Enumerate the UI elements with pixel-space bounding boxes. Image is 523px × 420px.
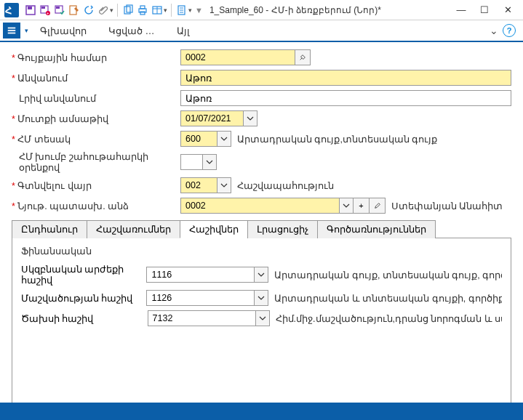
dropdown-caret-icon[interactable]: ▾ — [188, 7, 192, 14]
menu-item-main[interactable]: Գլխավոր — [30, 23, 97, 39]
label-depreciation-account: Մաշվածության հաշիվ — [21, 293, 146, 304]
minimize-button[interactable]: — — [455, 4, 468, 17]
attach-icon[interactable] — [97, 4, 110, 17]
save-icon[interactable] — [24, 4, 37, 17]
refresh-icon[interactable] — [82, 4, 95, 17]
menubar: ▾ Գլխավոր Կցված … Այլ ⌄ ? — [0, 20, 523, 42]
svg-rect-4 — [41, 7, 45, 9]
titlebar: Հ + ▾ ▾ ▾ ▼ 1_Sample_60 - ՀՄ-ի ձեռքբերու… — [0, 0, 523, 20]
expense-account-text: Հիմ.միջ.մաշվածություն,դրանց նորոգման և ս… — [276, 313, 502, 324]
svg-text:+: + — [47, 11, 49, 15]
responsible-edit-button[interactable] — [370, 198, 386, 214]
initial-value-account-dropdown[interactable] — [254, 267, 268, 283]
expand-icon[interactable]: ⌄ — [490, 25, 498, 36]
date-picker-button[interactable] — [243, 110, 257, 126]
tab-accounting[interactable]: Հաշվառումներ — [87, 220, 180, 238]
expense-account-dropdown[interactable] — [255, 310, 270, 326]
name-input[interactable] — [180, 70, 511, 86]
tab-strip: Ընդհանուր Հաշվառումներ Հաշիվներ Լրացուցի… — [12, 219, 511, 238]
fa-group-dropdown[interactable] — [202, 154, 217, 170]
location-dropdown[interactable] — [217, 177, 231, 193]
svg-rect-9 — [70, 6, 76, 15]
lookup-button[interactable] — [295, 49, 311, 65]
window-title: 1_Sample_60 - ՀՄ-ի ձեռքբերում (Նոր)* — [207, 5, 452, 15]
svg-rect-24 — [8, 33, 16, 34]
initial-value-account-text: Արտադրական գույք, տնտեսական գույք, գործի… — [274, 270, 502, 280]
initial-value-account-input[interactable] — [146, 267, 254, 283]
depreciation-account-text: Արտադրական և տնտեսական գույքի, գործիքներ… — [274, 293, 502, 304]
menu-item-attached[interactable]: Կցված … — [98, 23, 165, 39]
print-icon[interactable] — [136, 4, 149, 17]
edit-icon[interactable] — [68, 4, 81, 17]
status-bar — [0, 403, 523, 420]
equals-icon: ▼ — [195, 6, 203, 15]
help-icon[interactable]: ? — [503, 24, 516, 37]
fa-type-dropdown[interactable] — [217, 131, 231, 147]
tab-panel-accounts: Ֆինանսական Սկզբնական արժեքի հաշիվ Արտադր… — [12, 238, 511, 420]
label-full-name: Լրիվ անվանում — [12, 93, 180, 104]
label-entry-date: Մուտքի ամսաթիվ — [12, 113, 180, 124]
responsible-add-button[interactable]: + — [354, 198, 370, 214]
svg-rect-22 — [8, 28, 16, 29]
fa-group-input[interactable] — [180, 154, 202, 170]
label-expense-account: Ծախսի հաշիվ — [21, 313, 148, 324]
label-fa-type: ՀՄ տեսակ — [12, 134, 180, 145]
app-logo: Հ — [4, 3, 19, 17]
label-inventory-number: Գույքային համար — [12, 52, 180, 63]
label-responsible: Նյութ. պատասխ. անձ — [12, 201, 180, 211]
table-icon[interactable] — [151, 4, 164, 17]
group-title-financial: Ֆինանսական — [21, 246, 502, 257]
depreciation-account-input[interactable] — [146, 290, 254, 306]
responsible-dropdown[interactable] — [339, 198, 354, 214]
document-icon[interactable] — [175, 4, 188, 17]
responsible-text: Ստեփանյան Անահիտ — [386, 201, 503, 211]
close-button[interactable]: ✕ — [501, 4, 514, 17]
responsible-input[interactable] — [180, 198, 339, 214]
fa-type-input[interactable] — [180, 131, 217, 147]
copy-icon[interactable] — [121, 4, 135, 17]
tab-general[interactable]: Ընդհանուր — [12, 220, 87, 238]
tab-operations[interactable]: Գործառնություններ — [317, 220, 436, 238]
svg-text:Հ: Հ — [5, 6, 12, 16]
save-check-icon[interactable] — [53, 4, 66, 17]
label-fa-group: ՀՄ խումբ շահութահարկի օրենքով — [12, 151, 180, 173]
entry-date-input[interactable] — [180, 110, 243, 126]
full-name-input[interactable] — [180, 90, 511, 106]
menu-item-other[interactable]: Այլ — [167, 23, 200, 39]
save-plus-icon[interactable]: + — [39, 4, 52, 17]
dropdown-caret-icon[interactable]: ▾ — [110, 7, 113, 14]
tab-additional[interactable]: Լրացուցիչ — [247, 220, 318, 238]
location-text: Հաշվապահություն — [231, 180, 334, 191]
dropdown-caret-icon[interactable]: ▾ — [25, 27, 28, 34]
inventory-number-input[interactable] — [180, 49, 295, 65]
svg-rect-23 — [8, 30, 16, 31]
svg-rect-2 — [28, 7, 32, 9]
svg-rect-13 — [140, 6, 145, 9]
menu-home-icon[interactable] — [3, 23, 20, 39]
tab-accounts[interactable]: Հաշիվներ — [180, 220, 248, 238]
location-input[interactable] — [180, 177, 217, 193]
dropdown-caret-icon[interactable]: ▾ — [164, 7, 167, 14]
label-initial-value-account: Սկզբնական արժեքի հաշիվ — [21, 264, 146, 286]
maximize-button[interactable]: ☐ — [478, 4, 491, 17]
depreciation-account-dropdown[interactable] — [254, 290, 268, 306]
label-name: Անվանում — [12, 73, 180, 84]
expense-account-input[interactable] — [148, 310, 255, 326]
label-location: Գտնվելու վայր — [12, 180, 180, 191]
toolbar-icons: + ▾ ▾ ▾ ▼ — [24, 4, 204, 17]
fa-type-text: Արտադրական գույք,տնտեսական գույք — [231, 134, 437, 145]
svg-rect-8 — [56, 7, 60, 9]
form-area: Գույքային համար Անվանում Լրիվ անվանում Մ… — [0, 42, 523, 420]
